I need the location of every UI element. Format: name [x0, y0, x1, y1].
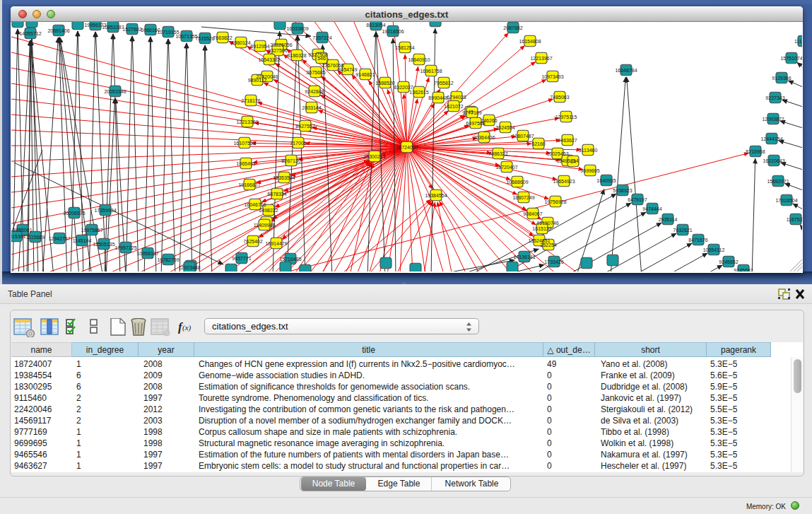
svg-text:8215958: 8215958 — [746, 149, 765, 154]
svg-text:6498222: 6498222 — [259, 208, 278, 213]
svg-text:6794028: 6794028 — [447, 95, 466, 100]
svg-text:7632621: 7632621 — [673, 228, 692, 233]
svg-text:12444154: 12444154 — [760, 136, 782, 141]
svg-text:10807487: 10807487 — [512, 134, 534, 139]
svg-text:9245652: 9245652 — [719, 259, 738, 264]
svg-text:252254: 252254 — [540, 243, 556, 247]
svg-text:16046766: 16046766 — [244, 202, 266, 207]
svg-text:16782759: 16782759 — [157, 257, 179, 262]
svg-text:9242848: 9242848 — [305, 89, 324, 94]
svg-text:9657771: 9657771 — [232, 256, 251, 261]
svg-text:546: 546 — [317, 56, 326, 61]
svg-text:12923448: 12923448 — [178, 265, 200, 270]
svg-text:2718176: 2718176 — [241, 98, 260, 103]
svg-text:1581254: 1581254 — [395, 45, 414, 50]
svg-text:9245682: 9245682 — [734, 268, 753, 273]
svg-text:20053346: 20053346 — [104, 89, 126, 94]
svg-text:9084067: 9084067 — [523, 211, 542, 216]
svg-text:1167532: 1167532 — [787, 217, 806, 222]
svg-text:20206576: 20206576 — [63, 211, 85, 216]
svg-text:8427552: 8427552 — [295, 124, 314, 129]
svg-text:64: 64 — [570, 159, 576, 164]
svg-text:3624554: 3624554 — [495, 125, 514, 130]
svg-text:10853287: 10853287 — [102, 25, 124, 30]
svg-text:8186328: 8186328 — [287, 53, 306, 58]
svg-text:12942757: 12942757 — [48, 236, 70, 241]
svg-text:9129366: 9129366 — [772, 76, 791, 81]
svg-text:10671355: 10671355 — [175, 34, 197, 39]
svg-text:17016504: 17016504 — [775, 198, 797, 203]
svg-text:16107553: 16107553 — [233, 141, 255, 146]
svg-text:15692971: 15692971 — [767, 179, 789, 184]
svg-text:7357224: 7357224 — [312, 35, 331, 40]
svg-text:18640910: 18640910 — [408, 57, 430, 62]
svg-text:16543382: 16543382 — [258, 57, 280, 62]
svg-text:1588520: 1588520 — [375, 81, 394, 86]
svg-text:16033809: 16033809 — [286, 26, 308, 31]
svg-text:8813054: 8813054 — [366, 23, 385, 28]
svg-text:8267130: 8267130 — [281, 158, 300, 163]
svg-text:1621072: 1621072 — [444, 104, 463, 109]
svg-text:8878334: 8878334 — [267, 192, 286, 197]
svg-text:17957225: 17957225 — [114, 245, 136, 250]
svg-text:10973493: 10973493 — [541, 74, 563, 79]
svg-text:7515526: 7515526 — [195, 36, 214, 41]
svg-text:8322037: 8322037 — [394, 85, 413, 90]
svg-text:16961758: 16961758 — [420, 69, 442, 74]
svg-text:1965493: 1965493 — [236, 161, 255, 166]
svg-text:12093872: 12093872 — [762, 117, 784, 122]
svg-text:1117054: 1117054 — [794, 39, 812, 44]
svg-text:9146821: 9146821 — [355, 72, 375, 77]
svg-text:11409948: 11409948 — [254, 223, 276, 228]
svg-text:9890112: 9890112 — [248, 78, 267, 83]
svg-text:1362615: 1362615 — [409, 90, 428, 95]
svg-text:10654112: 10654112 — [703, 247, 725, 252]
svg-text:10958187: 10958187 — [136, 251, 158, 256]
svg-text:12213369: 12213369 — [236, 119, 258, 124]
svg-text:2803144: 2803144 — [302, 105, 321, 110]
svg-text:12213967: 12213967 — [530, 56, 552, 61]
svg-text:19384554: 19384554 — [425, 193, 447, 198]
svg-text:1145194: 1145194 — [73, 238, 92, 243]
svg-text:9227343: 9227343 — [765, 95, 784, 100]
svg-text:19218506: 19218506 — [382, 29, 404, 34]
svg-text:19756928: 19756928 — [544, 199, 566, 204]
svg-text:8960124: 8960124 — [231, 40, 250, 45]
svg-text:15716485: 15716485 — [279, 257, 301, 262]
svg-text:10688609: 10688609 — [506, 180, 528, 185]
svg-text:16154808: 16154808 — [519, 39, 541, 44]
svg-text:25300215: 25300215 — [363, 154, 385, 159]
svg-text:5938923: 5938923 — [613, 188, 632, 193]
svg-text:3113460: 3113460 — [579, 148, 598, 153]
svg-text:3915301: 3915301 — [6, 234, 25, 239]
svg-text:20364436: 20364436 — [473, 135, 495, 140]
svg-text:1640935: 1640935 — [596, 178, 616, 183]
svg-text:10025453: 10025453 — [546, 151, 568, 156]
svg-text:20691406: 20691406 — [47, 28, 69, 33]
svg-text:19975867: 19975867 — [81, 228, 102, 233]
svg-text:9327500: 9327500 — [268, 48, 287, 53]
svg-text:16648784: 16648784 — [615, 68, 637, 73]
svg-text:6479197: 6479197 — [628, 197, 647, 202]
svg-text:16120746: 16120746 — [536, 221, 558, 226]
svg-text:2087682: 2087682 — [503, 25, 522, 30]
svg-text:8912954: 8912954 — [250, 44, 269, 49]
svg-text:19166827: 19166827 — [238, 182, 260, 187]
svg-text:14136141: 14136141 — [513, 255, 535, 259]
svg-text:2935114: 2935114 — [659, 217, 678, 222]
svg-text:9699695: 9699695 — [580, 168, 599, 173]
svg-text:23226056: 23226056 — [270, 42, 292, 47]
svg-text:18807249: 18807249 — [512, 195, 534, 200]
svg-text:3675685: 3675685 — [306, 70, 325, 75]
svg-text:7955812: 7955812 — [434, 81, 453, 86]
svg-text:8454749: 8454749 — [338, 67, 357, 72]
svg-text:7485063: 7485063 — [550, 95, 569, 100]
svg-text:746266: 746266 — [481, 118, 497, 123]
svg-text:1115689: 1115689 — [26, 235, 45, 240]
svg-text:7663822: 7663822 — [213, 35, 232, 40]
svg-text:19654923: 19654923 — [553, 179, 575, 184]
svg-text:14055712: 14055712 — [19, 31, 41, 36]
svg-text:8990448: 8990448 — [428, 95, 447, 100]
svg-text:18724007: 18724007 — [396, 145, 418, 150]
svg-text:1527602: 1527602 — [122, 27, 141, 32]
